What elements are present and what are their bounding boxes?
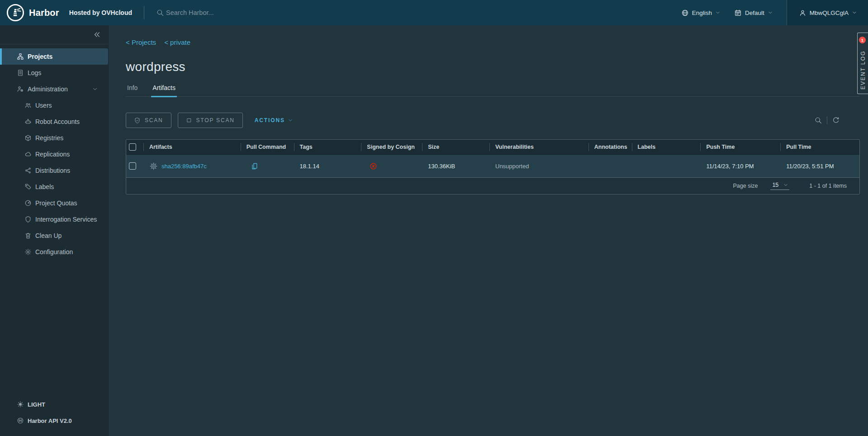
scan-button[interactable]: SCAN: [126, 113, 171, 128]
helm-chart-icon: [149, 162, 158, 171]
username-label: MbwQLGCglA: [810, 9, 849, 16]
organization-icon: [17, 53, 24, 60]
sidebar-footer: LIGHTHarbor API V2.0: [0, 396, 108, 429]
scheme-menu[interactable]: Default: [734, 9, 773, 17]
admin-gear-icon: [17, 85, 24, 93]
sun-icon: [17, 401, 24, 408]
pull-command-cell: [241, 162, 294, 170]
api-swagger-icon: [17, 417, 24, 424]
sidebar-item-registries[interactable]: Registries: [0, 130, 108, 146]
sidebar-item-label: Robot Accounts: [35, 118, 80, 125]
search-input[interactable]: [166, 9, 311, 16]
stop-scan-button[interactable]: STOP SCAN: [178, 113, 243, 128]
event-log-tab[interactable]: 1 EVENT LOG: [857, 33, 868, 94]
sidebar-item-label: Administration: [28, 85, 68, 93]
breadcrumb-link-1[interactable]: < private: [164, 38, 190, 46]
collapse-sidebar-icon[interactable]: [93, 31, 101, 38]
sidebar-item-distributions[interactable]: Distributions: [0, 162, 108, 179]
sidebar-item-project-quotas[interactable]: Project Quotas: [0, 195, 108, 211]
main-content: < Projects< private wordpress InfoArtifa…: [109, 25, 868, 436]
sidebar-item-labels[interactable]: Labels: [0, 179, 108, 195]
artifact-digest-link[interactable]: sha256:89afb47c: [161, 163, 207, 170]
sidebar-item-label: Interrogation Services: [35, 216, 97, 223]
sidebar-item-label: Replications: [35, 151, 70, 158]
pull-time-cell: 11/20/23, 5:51 PM: [780, 163, 859, 170]
breadcrumb: < Projects< private: [126, 38, 190, 46]
page-title: wordpress: [126, 60, 185, 74]
tab-info[interactable]: Info: [126, 84, 139, 96]
language-label: English: [692, 9, 712, 16]
chevron-down-icon: [92, 86, 98, 92]
robot-icon: [24, 118, 32, 125]
table-header-row: ArtifactsPull CommandTagsSigned by Cosig…: [126, 140, 859, 155]
sidebar-item-projects[interactable]: Projects: [0, 48, 108, 65]
column-header-push-time: Push Time: [700, 140, 780, 154]
chevron-down-icon: [768, 10, 773, 15]
users-icon: [24, 102, 32, 109]
column-header-labels: Labels: [632, 140, 701, 154]
scheme-label: Default: [745, 9, 764, 16]
copy-icon[interactable]: [251, 162, 258, 170]
sidebar-item-administration[interactable]: Administration: [0, 81, 108, 97]
stop-scan-button-label: STOP SCAN: [196, 117, 235, 123]
actions-button-label: ACTIONS: [255, 117, 285, 123]
header-checkbox-cell: [126, 140, 143, 154]
stop-icon: [186, 117, 192, 123]
vulnerabilities-status: Unsupported: [495, 163, 529, 170]
trash-icon: [24, 232, 32, 239]
sidebar-item-label: Configuration: [35, 248, 73, 256]
sidebar-footer-harbor-api-v2-0[interactable]: Harbor API V2.0: [0, 412, 108, 429]
header-right: English Default MbwQLGCglA: [681, 0, 868, 25]
chevron-down-icon: [715, 10, 721, 15]
select-all-checkbox[interactable]: [129, 143, 136, 151]
column-header-pull-time: Pull Time: [780, 140, 859, 154]
chevron-down-icon: [852, 10, 857, 15]
sidebar-item-label: Labels: [35, 183, 54, 190]
column-header-annotations: Annotations: [588, 140, 632, 154]
scan-button-label: SCAN: [145, 117, 163, 123]
language-menu[interactable]: English: [681, 9, 721, 17]
actions-dropdown-button[interactable]: ACTIONS: [255, 117, 293, 123]
sidebar-nav: ProjectsLogsAdministrationUsersRobot Acc…: [0, 48, 108, 260]
harbor-logo-icon: [6, 4, 24, 22]
brand-title: Harbor: [29, 8, 59, 18]
tab-artifacts[interactable]: Artifacts: [151, 84, 177, 96]
column-header-tags: Tags: [294, 140, 361, 154]
gauge-icon: [24, 199, 32, 207]
sidebar-item-label: Clean Up: [35, 232, 62, 239]
share-icon: [24, 167, 32, 174]
globe-icon: [681, 9, 689, 17]
column-header-artifacts: Artifacts: [143, 140, 241, 154]
app-header: Harbor Hosted by OVHcloud English Defaul…: [0, 0, 868, 25]
row-checkbox[interactable]: [129, 162, 136, 170]
page-size-select[interactable]: 15: [770, 182, 789, 190]
sidebar-item-replications[interactable]: Replications: [0, 146, 108, 162]
sidebar-item-interrogation-services[interactable]: Interrogation Services: [0, 211, 108, 227]
sidebar-item-users[interactable]: Users: [0, 97, 108, 114]
sidebar-item-configuration[interactable]: Configuration: [0, 244, 108, 260]
breadcrumb-link-0[interactable]: < Projects: [126, 38, 156, 46]
refresh-icon[interactable]: [832, 116, 840, 124]
sidebar-item-robot-accounts[interactable]: Robot Accounts: [0, 114, 108, 130]
sidebar-footer-light[interactable]: LIGHT: [0, 396, 108, 412]
user-menu[interactable]: MbwQLGCglA: [787, 0, 868, 25]
search-zone: [156, 9, 311, 17]
artifacts-table: ArtifactsPull CommandTagsSigned by Cosig…: [126, 139, 860, 194]
column-header-pull-command: Pull Command: [241, 140, 294, 154]
sidebar-item-label: Users: [35, 102, 52, 109]
hosted-by-label: Hosted by OVHcloud: [69, 9, 132, 16]
sidebar: ProjectsLogsAdministrationUsersRobot Acc…: [0, 25, 109, 436]
calendar-icon: [734, 9, 742, 17]
tags-cell: 18.1.14: [294, 163, 361, 170]
row-checkbox-cell: [126, 162, 143, 170]
sidebar-item-logs[interactable]: Logs: [0, 65, 108, 81]
filter-search-icon[interactable]: [814, 116, 822, 124]
header-divider: [144, 6, 144, 19]
sidebar-item-label: Distributions: [35, 167, 70, 174]
vulnerabilities-cell: Unsupported: [489, 163, 588, 170]
sidebar-item-label: Registries: [35, 134, 63, 142]
size-cell: 130.36KiB: [422, 163, 489, 170]
column-header-vulnerabilities: Vulnerabilities: [489, 140, 588, 154]
shield-check-icon: [134, 117, 141, 124]
sidebar-item-clean-up[interactable]: Clean Up: [0, 227, 108, 244]
